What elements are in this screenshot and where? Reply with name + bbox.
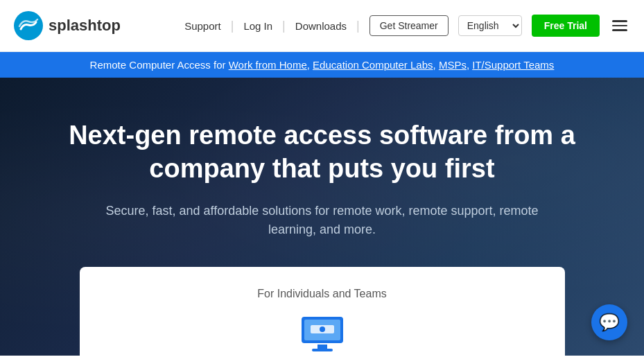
get-streamer-button[interactable]: Get Streamer [369,15,449,36]
support-link[interactable]: Support [184,20,221,32]
banner-link-wfh[interactable]: Work from Home [229,59,307,71]
banner-text-prefix: Remote Computer Access for [90,59,229,71]
card-icon-area [107,314,537,356]
card-subtitle: For Individuals and Teams [107,288,537,300]
separator-1: | [231,19,234,33]
svg-rect-4 [312,349,333,351]
svg-point-6 [320,326,325,332]
svg-rect-3 [317,345,327,349]
banner-link-msp[interactable]: MSPs [439,59,467,71]
nav-right: Support | Log In | Downloads | Get Strea… [184,15,630,37]
separator-3: | [356,19,360,33]
downloads-link[interactable]: Downloads [295,20,347,32]
language-select[interactable]: English 日本語 Deutsch Français Español [458,15,522,36]
chat-bubble-button[interactable]: 💬 [591,304,627,340]
banner-link-it[interactable]: IT/Support Teams [472,59,554,71]
logo-area: splashtop [14,11,121,40]
login-link[interactable]: Log In [243,20,272,32]
hero-subtitle: Secure, fast, and affordable solutions f… [87,202,558,239]
banner-link-edu[interactable]: Education Computer Labs [313,59,433,71]
separator-2: | [282,19,286,33]
hamburger-line-3 [612,29,627,31]
hamburger-line-2 [612,25,627,27]
logo-text: splashtop [49,17,121,35]
announcement-banner: Remote Computer Access for Work from Hom… [0,52,644,78]
hero-title: Next-gen remote access software from a c… [55,119,589,185]
hero-section: Next-gen remote access software from a c… [0,78,644,356]
card-container: For Individuals and Teams [55,267,589,356]
hero-card: For Individuals and Teams [80,267,565,356]
hamburger-button[interactable] [609,17,630,34]
splashtop-logo-icon [14,11,43,40]
monitor-icon [298,314,347,356]
chat-bubble-icon: 💬 [599,313,620,332]
hamburger-line-1 [612,20,627,22]
free-trial-button[interactable]: Free Trial [532,15,600,37]
navbar: splashtop Support | Log In | Downloads |… [0,0,644,52]
